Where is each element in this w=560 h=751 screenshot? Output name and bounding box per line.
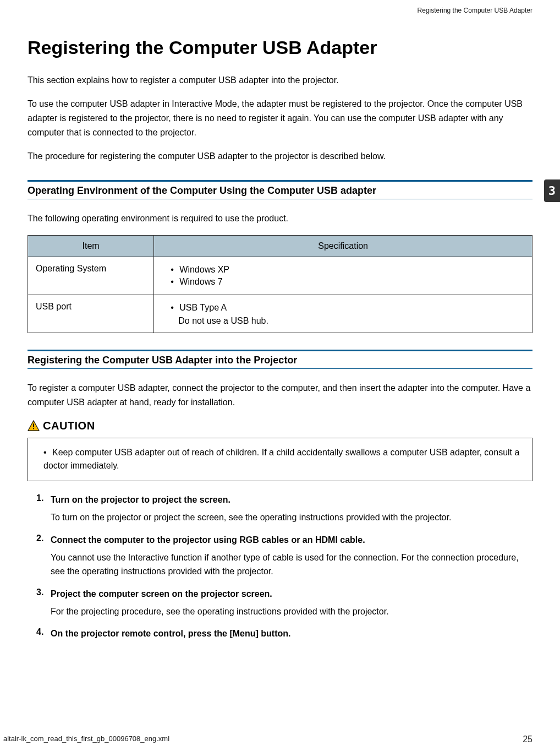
source-filename: altair-ik_com_read_this_first_gb_0009670…: [3, 734, 169, 744]
step-title: On the projector remote control, press t…: [51, 627, 532, 640]
section-divider-bottom: [28, 199, 532, 199]
step-item: Connect the computer to the projector us…: [36, 534, 532, 579]
steps-list: Turn on the projector to project the scr…: [28, 493, 532, 640]
section-divider-bottom: [28, 368, 532, 369]
step-title: Connect the computer to the projector us…: [51, 534, 532, 547]
spec-list-item: USB Type A: [171, 302, 524, 314]
section-tab-marker: 3: [544, 179, 560, 202]
warning-triangle-icon: [28, 420, 40, 431]
caution-box: Keep computer USB adapter out of reach o…: [28, 438, 532, 482]
step-item: Turn on the projector to project the scr…: [36, 493, 532, 525]
spec-table: Item Specification Operating System Wind…: [28, 235, 532, 333]
table-cell-item: USB port: [28, 295, 154, 333]
step-title: Project the computer screen on the proje…: [51, 587, 532, 601]
intro-paragraph-1: This section explains how to register a …: [28, 73, 532, 88]
step-body: You cannot use the Interactive function …: [51, 551, 532, 579]
section-heading-registering: Registering the Computer USB Adapter int…: [28, 353, 532, 366]
intro-paragraph-3: The procedure for registering the comput…: [28, 149, 532, 164]
table-header-item: Item: [28, 236, 154, 257]
section-heading-operating-environment: Operating Environment of the Computer Us…: [28, 184, 532, 197]
intro-paragraph-2: To use the computer USB adapter in Inter…: [28, 97, 532, 139]
table-cell-spec: USB Type A Do not use a USB hub.: [154, 295, 532, 333]
table-row: USB port USB Type A Do not use a USB hub…: [28, 295, 532, 333]
running-header: Registering the Computer USB Adapter: [28, 0, 532, 36]
spec-list-item: Windows XP: [171, 264, 524, 276]
table-cell-item: Operating System: [28, 257, 154, 295]
step-item: Project the computer screen on the proje…: [36, 587, 532, 619]
table-header-spec: Specification: [154, 236, 532, 257]
spec-list-item: Windows 7: [171, 276, 524, 288]
step-item: On the projector remote control, press t…: [36, 627, 532, 640]
section2-lead: To register a computer USB adapter, conn…: [28, 381, 532, 409]
table-cell-spec: Windows XP Windows 7: [154, 257, 532, 295]
spec-note: Do not use a USB hub.: [162, 314, 524, 326]
caution-label: CAUTION: [28, 420, 532, 432]
caution-word: CAUTION: [43, 420, 95, 432]
step-title: Turn on the projector to project the scr…: [51, 493, 532, 507]
section-divider-top: [28, 350, 532, 351]
caution-item: Keep computer USB adapter out of reach o…: [43, 446, 523, 474]
section1-lead: The following operating environment is r…: [28, 211, 532, 226]
section-divider-top: [28, 180, 532, 182]
page-number: 25: [523, 734, 532, 744]
svg-rect-1: [33, 423, 34, 427]
page-title: Registering the Computer USB Adapter: [28, 36, 532, 59]
page-footer: altair-ik_com_read_this_first_gb_0009670…: [0, 734, 560, 744]
table-row: Operating System Windows XP Windows 7: [28, 257, 532, 295]
svg-rect-2: [33, 428, 34, 429]
step-body: For the projecting procedure, see the op…: [51, 605, 532, 619]
step-body: To turn on the projector or project the …: [51, 511, 532, 525]
